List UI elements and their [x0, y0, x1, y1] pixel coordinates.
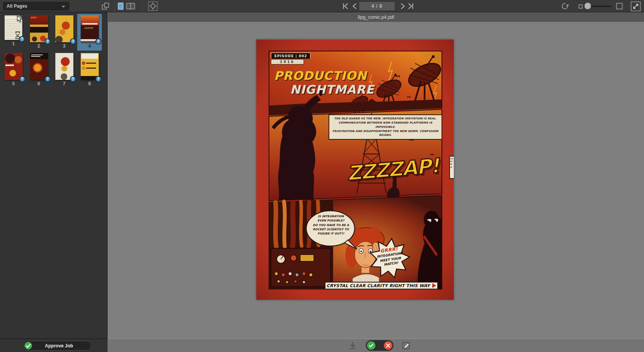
mini-page-text: ZZZAP! [85, 27, 94, 29]
thumbnail-page-7[interactable]: ? 7 [52, 51, 76, 88]
rotate-button[interactable] [561, 2, 569, 12]
thumbnail-page-1[interactable]: ? 1 [1, 14, 26, 51]
approve-page-button[interactable] [367, 341, 375, 350]
thumbnail-sidebar: ? 1 STAT ? 2 ? 3 [0, 12, 108, 352]
x-icon [386, 343, 390, 348]
page-1-preview [5, 15, 22, 40]
last-page-icon [407, 2, 414, 10]
thumbnail-page-2[interactable]: STAT ? 2 [27, 14, 51, 51]
banner-arrow-icon [432, 283, 436, 288]
fit-to-window-icon [631, 1, 641, 12]
document-titlebar: 8pg_comic.p4.pdf [108, 12, 644, 22]
caption-line: COMMUNICATION BETWEEN NON-STANDARD PLATF… [332, 121, 439, 129]
previous-page-icon [352, 2, 358, 10]
annotate-pencil-icon [402, 341, 410, 350]
reject-page-button[interactable] [384, 341, 392, 350]
chevron-down-icon [61, 6, 65, 8]
page-number-label: 5 [12, 81, 15, 86]
viewer-bottom-bar [108, 339, 644, 352]
page-number-label: 3 [63, 43, 66, 49]
page-number-label: 2 [38, 43, 40, 49]
facing-pages-icon [126, 3, 135, 10]
badge-question-glyph: ? [97, 40, 99, 43]
thumbnail-page-6[interactable]: ? 6 [27, 51, 51, 88]
zoom-slider-knob[interactable] [584, 3, 591, 9]
single-page-view-button[interactable] [118, 2, 124, 11]
episode-year: 2016 [271, 59, 304, 64]
mini-page-text: STAT [31, 17, 37, 19]
approve-job-button[interactable]: Approve Job [23, 341, 91, 350]
next-page-button[interactable] [400, 2, 406, 11]
page-status-badge: ? [45, 38, 51, 45]
page-status-badge: ? [70, 38, 76, 45]
badge-question-glyph: ? [97, 77, 99, 81]
registration-target-icon [148, 1, 158, 11]
speech-line: IS INTEGRATION [307, 214, 354, 218]
thumbnail-page-8[interactable]: ? 8 [77, 51, 102, 88]
page-approval-toggle [366, 340, 393, 351]
download-icon [349, 341, 357, 350]
page-number-label: 7 [63, 81, 66, 86]
badge-question-glyph: ? [21, 37, 23, 41]
caption-line: THE OLD GUARD VS THE NEW. INTEGRATION IR… [332, 117, 439, 121]
episode-label: EPISODE | 002 [271, 53, 310, 59]
pages-filter-value: All Pages [7, 3, 27, 9]
page-number-label: 1 [12, 41, 15, 46]
page-status-badge: ? [19, 76, 25, 82]
overlapping-pages-icon [101, 2, 110, 10]
zoom-out-icon [578, 4, 583, 9]
approve-bar: Approve Job [0, 339, 108, 352]
annotate-button[interactable] [402, 341, 410, 351]
badge-question-glyph: ? [71, 77, 74, 81]
badge-question-glyph: ? [46, 40, 48, 43]
edge-caption-line: OU [450, 157, 453, 160]
approve-job-label: Approve Job [32, 343, 91, 349]
download-button[interactable] [349, 341, 357, 351]
pages-filter-dropdown[interactable]: All Pages [3, 2, 69, 10]
clipped-edge-caption: OU PY W W [449, 156, 454, 179]
rotate-clockwise-icon [561, 2, 569, 10]
page-7-preview [55, 53, 73, 80]
badge-question-glyph: ? [46, 77, 48, 81]
document-page[interactable]: EPISODE | 002 2016 PRODUCTION NIGHTMARE … [256, 40, 454, 300]
fit-to-window-button[interactable] [631, 1, 641, 13]
narration-caption: THE OLD GUARD VS THE NEW. INTEGRATION IR… [329, 114, 442, 140]
thumbnail-page-4-selected[interactable]: ZZZAP! ? 4 [77, 14, 102, 51]
comic-title-line1: PRODUCTION [274, 69, 367, 83]
page-status-badge: ? [95, 76, 101, 82]
actual-size-button[interactable] [616, 3, 623, 11]
approve-check-icon [24, 342, 32, 350]
proofing-app: All Pages [0, 0, 644, 352]
viewer-canvas[interactable]: EPISODE | 002 2016 PRODUCTION NIGHTMARE … [108, 22, 644, 339]
document-filename: 8pg_comic.p4.pdf [358, 15, 394, 20]
thumbnail-page-3[interactable]: ? 3 [52, 14, 76, 51]
last-page-button[interactable] [407, 2, 414, 11]
page-status-badge: ? [95, 38, 101, 45]
actual-size-icon [616, 3, 623, 10]
registration-target-button[interactable] [148, 1, 158, 12]
page-5-preview [5, 53, 23, 80]
page-indicator[interactable]: 4 / 8 [359, 2, 395, 10]
page-4-preview: ZZZAP! [81, 15, 99, 42]
caption-line: FRUSTRATION AND DISAPPOINTMENT THE NEW N… [332, 129, 439, 138]
previous-page-button[interactable] [352, 2, 358, 11]
page-status-badge: ? [19, 36, 25, 42]
speech-line: DO YOU HAVE TO BE A [307, 223, 354, 227]
toolbar-divider [143, 1, 143, 12]
badge-question-glyph: ? [71, 40, 74, 43]
top-toolbar: All Pages [0, 0, 644, 12]
thumbnail-page-5[interactable]: ? 5 [1, 51, 26, 88]
comic-title-line2: NIGHTMARE [290, 83, 374, 96]
page-status-badge: ? [70, 76, 76, 82]
page-number-label: 8 [88, 81, 91, 86]
page-number-label: 6 [38, 81, 40, 86]
edge-caption-line: PY [450, 160, 453, 163]
bottom-banner: CRYSTAL CLEAR CLARITY RIGHT THIS WAY [325, 282, 438, 289]
page-number-label: 4 [88, 43, 91, 49]
page-indicator-value: 4 / 8 [372, 3, 382, 9]
compare-pages-button[interactable] [101, 2, 110, 12]
facing-pages-view-button[interactable] [126, 3, 135, 11]
page-status-badge: ? [45, 76, 51, 82]
first-page-button[interactable] [342, 2, 349, 11]
toolbar-divider [114, 1, 115, 12]
